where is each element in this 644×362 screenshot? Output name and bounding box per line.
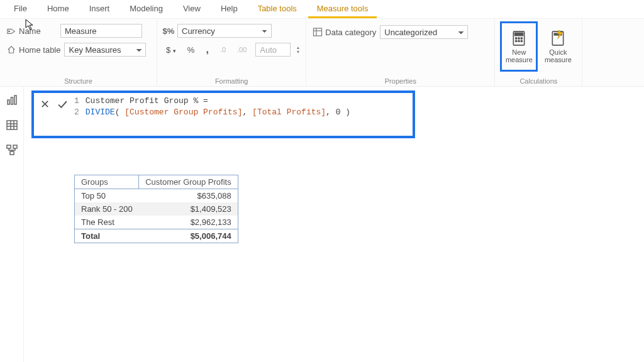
group-calculations: New measure Quick measure Calculations [495, 19, 582, 86]
svg-rect-17 [7, 121, 17, 129]
table-row[interactable]: The Rest $2,962,133 [75, 216, 238, 229]
new-measure-label: New measure [501, 48, 536, 63]
calculator-icon [510, 30, 528, 47]
svg-point-0 [9, 31, 10, 32]
tab-insert[interactable]: Insert [80, 0, 119, 18]
tab-modeling[interactable]: Modeling [121, 0, 172, 18]
home-icon [6, 45, 16, 55]
visual-table[interactable]: Groups Customer Group Profits Top 50 $63… [74, 175, 238, 243]
workspace: 1Customer Profit Group % = 2DIVIDE( [Cus… [0, 87, 644, 362]
group-structure-label: Structure [6, 75, 150, 85]
formula-bar: 1Customer Profit Group % = 2DIVIDE( [Cus… [31, 90, 415, 138]
svg-rect-1 [314, 28, 322, 36]
svg-rect-14 [8, 100, 9, 104]
decimals-stepper[interactable]: ▴▾ [297, 45, 299, 54]
svg-rect-15 [11, 97, 13, 104]
svg-point-10 [518, 40, 519, 41]
svg-rect-16 [14, 96, 16, 104]
group-properties-label: Properties [313, 75, 488, 85]
format-select[interactable]: Currency [177, 24, 272, 38]
cell-value: $635,088 [139, 189, 238, 203]
svg-point-7 [518, 38, 519, 39]
quick-calculator-icon [549, 30, 567, 47]
group-calculations-label: Calculations [501, 75, 575, 85]
home-table-select[interactable]: Key Measures [64, 43, 146, 57]
cell-group: Top 50 [75, 189, 139, 203]
col-groups[interactable]: Groups [75, 175, 139, 189]
svg-rect-5 [515, 33, 523, 35]
group-structure: Name Home table Key Measures Structure [0, 19, 157, 86]
group-properties: Data category Uncategorized Properties [306, 19, 495, 86]
tag-icon [6, 26, 16, 36]
tab-home[interactable]: Home [38, 0, 78, 18]
new-measure-button[interactable]: New measure [501, 23, 536, 70]
cursor-icon [25, 19, 35, 31]
tab-help[interactable]: Help [212, 0, 247, 18]
datacat-label-text: Data category [325, 28, 376, 37]
quick-measure-button[interactable]: Quick measure [540, 23, 575, 70]
total-label: Total [75, 229, 139, 243]
format-icon: $% [164, 26, 174, 36]
hometable-label-text: Home table [19, 45, 60, 55]
increase-decimals-button[interactable]: .00 [235, 45, 249, 55]
hometable-label: Home table [6, 45, 60, 55]
group-formatting-label: Formatting [164, 75, 299, 85]
thousands-button[interactable]: , [203, 43, 211, 57]
tab-view[interactable]: View [174, 0, 209, 18]
cell-group: The Rest [75, 216, 139, 229]
quick-measure-label: Quick measure [540, 48, 575, 63]
tab-table-tools[interactable]: Table tools [249, 0, 306, 18]
data-category-select[interactable]: Uncategorized [380, 25, 468, 39]
total-value: $5,006,744 [139, 229, 238, 243]
svg-point-6 [516, 38, 517, 39]
table-row[interactable]: Rank 50 - 200 $1,409,523 [75, 202, 238, 216]
tab-file[interactable]: File [5, 0, 36, 18]
svg-rect-22 [7, 145, 11, 148]
category-icon [313, 27, 323, 37]
formula-commit-button[interactable] [55, 97, 69, 111]
currency-button[interactable]: $ ▾ [164, 44, 179, 56]
menu-tabs: File Home Insert Modeling View Help Tabl… [0, 0, 644, 19]
report-canvas[interactable]: 1Customer Profit Group % = 2DIVIDE( [Cus… [24, 87, 644, 362]
svg-rect-24 [10, 151, 14, 155]
cell-value: $1,409,523 [139, 202, 238, 216]
tab-measure-tools[interactable]: Measure tools [308, 0, 377, 18]
data-view-button[interactable] [4, 117, 20, 133]
group-formatting: $% Currency $ ▾ % , .0 .00 ▴▾ Formatting [157, 19, 306, 86]
formula-cancel-button[interactable] [38, 97, 52, 111]
report-view-button[interactable] [4, 92, 20, 108]
decimals-input[interactable] [255, 43, 291, 57]
formula-editor[interactable]: 1Customer Profit Group % = 2DIVIDE( [Cus… [74, 96, 350, 118]
svg-point-8 [521, 38, 523, 39]
svg-point-9 [516, 40, 517, 41]
cell-group: Rank 50 - 200 [75, 202, 139, 216]
measure-name-input[interactable] [60, 24, 142, 38]
svg-rect-23 [13, 145, 17, 148]
col-profits[interactable]: Customer Group Profits [139, 175, 238, 189]
datacat-label: Data category [313, 27, 376, 37]
decrease-decimals-button[interactable]: .0 [218, 45, 228, 55]
view-rail [0, 87, 24, 362]
model-view-button[interactable] [4, 142, 20, 158]
ribbon: Name Home table Key Measures Structure [0, 19, 644, 87]
table-row[interactable]: Top 50 $635,088 [75, 189, 238, 203]
table-total-row: Total $5,006,744 [75, 229, 238, 243]
svg-point-11 [521, 40, 523, 41]
percent-button[interactable]: % [185, 44, 197, 56]
cell-value: $2,962,133 [139, 216, 238, 229]
